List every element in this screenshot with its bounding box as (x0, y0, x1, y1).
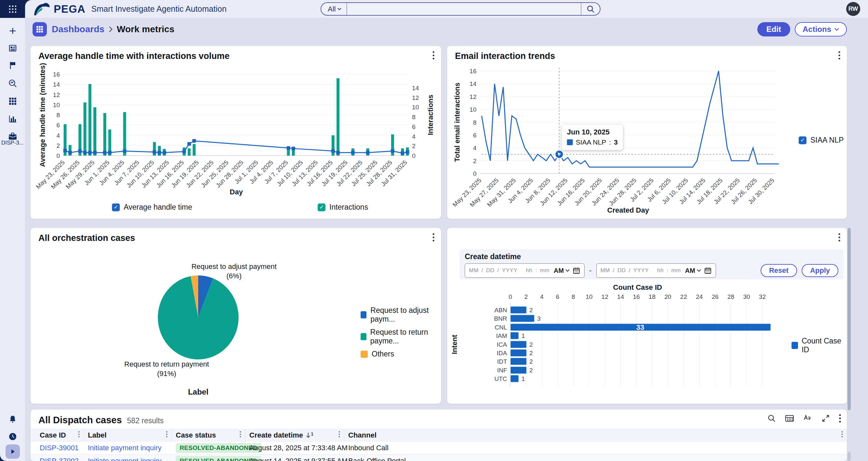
aht-card-menu-button[interactable] (433, 51, 434, 61)
table-header: Case ID Label Case status Create datetim… (31, 429, 847, 441)
search-icon (768, 414, 776, 423)
mm-placeholder: MM (600, 267, 610, 274)
legend-item-others[interactable]: Others (361, 350, 441, 359)
legend-item-return[interactable]: Request to return payme... (361, 328, 441, 345)
siaa-nlp-checkbox[interactable] (799, 136, 806, 144)
sort-desc-icon (306, 432, 311, 438)
case-status-column-menu[interactable] (240, 431, 241, 439)
column-header-create-datetime[interactable]: Create datetime 1 (245, 429, 344, 441)
aht-card-title: Average handle time with interactions vo… (38, 51, 229, 61)
actions-button[interactable]: Actions (795, 22, 847, 36)
calendar-icon[interactable] (572, 267, 580, 274)
case-types-button[interactable] (5, 94, 20, 109)
svg-text:24: 24 (696, 293, 703, 300)
expand-icon (822, 414, 830, 423)
svg-text:12: 12 (412, 94, 419, 101)
actions-button-label: Actions (803, 25, 831, 34)
column-header-case-id[interactable]: Case ID (31, 429, 84, 441)
news-feed-button[interactable] (5, 41, 20, 55)
case-id-column-menu[interactable] (78, 431, 80, 439)
email-legend: SIAA NLP (799, 136, 844, 145)
case-id-link[interactable]: DISP-37002 (31, 457, 84, 461)
global-search: All (320, 2, 600, 16)
create-datetime-filter: Create datetime MM/DD/YYYY hh:mm AM (460, 249, 844, 279)
legend-item-adjust[interactable]: Request to adjust paym... (361, 306, 441, 324)
reset-button[interactable]: Reset (761, 264, 797, 277)
svg-text:INF: INF (497, 367, 507, 374)
avatar[interactable]: RW (846, 2, 860, 16)
search-input[interactable] (347, 3, 581, 15)
case-label-link[interactable]: Initiate payment inquiry (84, 444, 172, 452)
channel-column-menu[interactable] (841, 431, 843, 439)
page-title: Work metrics (117, 24, 175, 34)
colon: : (535, 267, 537, 274)
svg-text:18: 18 (649, 293, 655, 300)
content-scrollbar-thumb[interactable] (847, 228, 851, 410)
email-trends-card: Email interaction trends 0246810121416Ma… (447, 46, 847, 219)
datetime-from-input[interactable]: MM/DD/YYYY hh:mm AM (465, 264, 585, 278)
svg-text:8: 8 (473, 119, 476, 126)
kebab-icon (838, 51, 840, 60)
search-scope-dropdown[interactable]: All (321, 3, 347, 15)
datetime-to-input[interactable]: MM/DD/YYYY hh:mm AM (596, 264, 716, 278)
search-button[interactable] (581, 3, 600, 15)
notifications-button[interactable] (5, 412, 20, 427)
table-row[interactable]: DISP-37002Initiate payment inquiryRESOLV… (31, 455, 847, 461)
case-label-link[interactable]: Initiate payment inquiry (84, 457, 172, 461)
reports-button[interactable] (5, 112, 20, 126)
svg-text:4: 4 (473, 145, 476, 151)
app-switcher-button[interactable] (0, 0, 25, 18)
create-datetime-column-menu[interactable] (339, 431, 340, 439)
ampm-value: AM (685, 267, 695, 274)
table-menu-button[interactable] (839, 414, 841, 423)
table-search-button[interactable] (768, 414, 776, 423)
history-button[interactable] (5, 429, 20, 444)
table-row[interactable]: DISP-39001Initiate payment inquiryRESOLV… (31, 441, 847, 455)
label-column-menu[interactable] (166, 431, 167, 439)
recent-case-label[interactable]: DISP-3... (0, 140, 25, 146)
interactions-checkbox[interactable] (318, 204, 326, 211)
bell-icon (8, 415, 17, 424)
svg-text:Interactions: Interactions (426, 95, 434, 135)
chevron-right-icon (108, 26, 113, 33)
edit-button[interactable]: Edit (757, 22, 790, 36)
orchestration-card-menu-button[interactable] (433, 233, 434, 243)
email-trends-chart[interactable]: 0246810121416May 23, 2025May 27, 2025May… (447, 46, 847, 219)
table-toolbar (768, 414, 841, 423)
play-icon (9, 448, 16, 455)
expand-rail-button[interactable] (5, 444, 20, 459)
yyyy-placeholder: YYYY (633, 267, 649, 274)
column-header-case-status[interactable]: Case status (172, 429, 245, 441)
brand: PEGA Smart Investigate Agentic Automatio… (33, 0, 226, 18)
personalize-button[interactable] (803, 414, 812, 423)
table-view-button[interactable] (785, 414, 794, 422)
column-header-label[interactable]: Label (84, 429, 172, 441)
case-id-link[interactable]: DISP-39001 (31, 444, 84, 452)
intent-card-menu-button[interactable] (838, 233, 840, 243)
kebab-icon (838, 233, 840, 242)
dashboards-grid-button[interactable] (33, 22, 47, 36)
search-insights-button[interactable] (5, 76, 20, 91)
svg-text:ABN: ABN (494, 307, 507, 313)
expand-button[interactable] (822, 414, 830, 423)
kebab-icon (433, 51, 434, 60)
create-button[interactable] (5, 24, 20, 38)
ampm-dropdown[interactable]: AM (685, 267, 701, 274)
column-header-channel[interactable]: Channel (344, 429, 847, 441)
avg-handle-time-label: Average handle time (124, 203, 192, 212)
breadcrumb-dashboards-link[interactable]: Dashboards (52, 24, 104, 34)
aht-chart[interactable]: 024681012141602468101214May 23, 2025May … (31, 46, 441, 219)
table-scrollbar-thumb[interactable] (847, 452, 851, 461)
svg-text:Average handle time (minutes): Average handle time (minutes) (38, 63, 46, 167)
email-card-menu-button[interactable] (838, 51, 840, 61)
hh-placeholder: hh (657, 267, 663, 274)
calendar-icon[interactable] (704, 267, 712, 274)
adjust-swatch (361, 311, 367, 318)
callout-adjust-label: Request to adjust payment (191, 262, 277, 271)
mm-placeholder: MM (469, 267, 478, 274)
orchestration-card-title: All orchestration cases (38, 233, 135, 243)
flag-button[interactable] (5, 58, 20, 72)
apply-button[interactable]: Apply (802, 264, 838, 277)
avg-handle-time-checkbox[interactable] (112, 204, 120, 211)
ampm-dropdown[interactable]: AM (554, 267, 569, 274)
